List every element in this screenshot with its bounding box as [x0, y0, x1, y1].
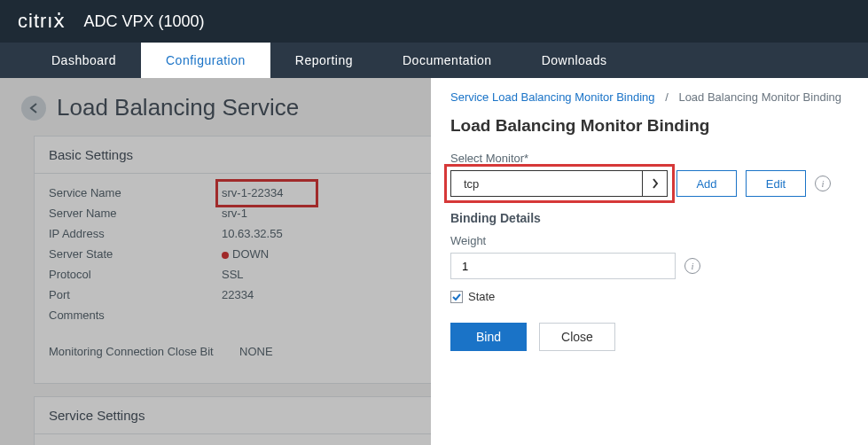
weight-input[interactable]	[450, 253, 676, 279]
nav-downloads[interactable]: Downloads	[517, 43, 632, 78]
breadcrumb: Service Load Balancing Monitor Binding /…	[450, 90, 848, 104]
select-monitor-value: tcp	[451, 177, 642, 191]
select-monitor-dropdown[interactable]: tcp	[450, 170, 668, 197]
nav-documentation[interactable]: Documentation	[378, 43, 517, 78]
main-nav: Dashboard Configuration Reporting Docume…	[0, 43, 868, 78]
breadcrumb-separator: /	[665, 90, 669, 104]
modal-overlay	[0, 78, 431, 445]
state-checkbox[interactable]	[450, 291, 463, 303]
brand-logo: citrıẋ	[18, 10, 66, 33]
state-label: State	[468, 290, 495, 303]
binding-panel: Service Load Balancing Monitor Binding /…	[431, 78, 868, 445]
weight-label: Weight	[450, 234, 848, 247]
bind-button[interactable]: Bind	[450, 323, 527, 351]
breadcrumb-parent[interactable]: Service Load Balancing Monitor Binding	[450, 90, 655, 104]
nav-configuration[interactable]: Configuration	[141, 43, 270, 78]
info-icon[interactable]: i	[684, 258, 700, 274]
panel-title: Load Balancing Monitor Binding	[450, 116, 848, 136]
close-button[interactable]: Close	[539, 323, 615, 351]
add-button[interactable]: Add	[676, 170, 737, 197]
nav-dashboard[interactable]: Dashboard	[27, 43, 141, 78]
edit-button[interactable]: Edit	[746, 170, 806, 197]
binding-details-header: Binding Details	[450, 211, 848, 225]
chevron-right-icon	[642, 171, 667, 196]
select-monitor-label: Select Monitor*	[450, 152, 848, 165]
product-name: ADC VPX (1000)	[83, 12, 204, 31]
top-bar: citrıẋ ADC VPX (1000)	[0, 0, 868, 43]
info-icon[interactable]: i	[815, 176, 831, 191]
nav-reporting[interactable]: Reporting	[270, 43, 378, 78]
breadcrumb-current: Load Balancing Monitor Binding	[678, 90, 841, 104]
